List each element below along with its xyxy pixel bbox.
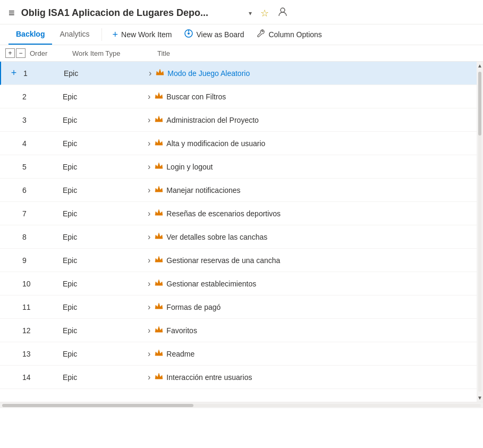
table-row[interactable]: 8Epic› Ver detalles sobre las canchas	[0, 225, 483, 249]
row-work-item-type: Epic	[63, 280, 148, 288]
backlog-icon: ≡	[9, 7, 15, 19]
expand-chevron-icon[interactable]: ›	[148, 279, 150, 289]
table-row[interactable]: 5Epic› Login y logout	[0, 155, 483, 179]
row-order: 3	[20, 116, 63, 124]
row-order: 12	[20, 326, 63, 335]
expand-chevron-icon[interactable]: ›	[148, 162, 150, 172]
row-title[interactable]: › Ver detalles sobre las canchas	[148, 232, 483, 242]
row-work-item-type: Epic	[64, 69, 149, 78]
row-title[interactable]: › Formas de pagó	[148, 302, 483, 312]
row-order: 6	[20, 186, 63, 195]
row-title-text: Interacción entre usuarios	[166, 373, 252, 382]
epic-crown-icon	[155, 115, 163, 124]
project-title: Oblig ISA1 Aplicacion de Lugares Depo...	[21, 7, 244, 19]
row-title[interactable]: › Gestionar reservas de una cancha	[148, 256, 483, 265]
epic-crown-icon	[155, 185, 163, 195]
add-child-button[interactable]: +	[6, 67, 21, 79]
row-title[interactable]: › Buscar con Filtros	[148, 92, 483, 102]
table-row[interactable]: 7Epic› Reseñas de escenarios deportivos	[0, 202, 483, 225]
tab-backlog[interactable]: Backlog	[9, 24, 52, 45]
expand-chevron-icon[interactable]: ›	[148, 115, 150, 125]
expand-chevron-icon[interactable]: ›	[149, 69, 151, 78]
table-row[interactable]: 3Epic› Administracion del Proyecto	[0, 108, 483, 132]
row-title[interactable]: › Gestionar establecimientos	[148, 279, 483, 289]
toolbar: Backlog Analytics + New Work Item View a…	[0, 24, 483, 45]
row-title-text: Login y logout	[166, 163, 213, 171]
table-row[interactable]: +1Epic› Modo de Juego Aleatorio	[0, 62, 483, 85]
favorite-star-icon[interactable]: ☆	[260, 7, 269, 19]
row-work-item-type: Epic	[63, 92, 148, 101]
expand-chevron-icon[interactable]: ›	[148, 302, 150, 312]
table-row[interactable]: 4Epic› Alta y modificacion de usuario	[0, 132, 483, 155]
expand-chevron-icon[interactable]: ›	[148, 373, 150, 382]
row-title[interactable]: › Administracion del Proyecto	[148, 115, 483, 125]
row-order: 2	[20, 92, 63, 101]
row-title[interactable]: › Modo de Juego Aleatorio	[149, 69, 483, 78]
title-chevron-icon[interactable]: ▾	[249, 10, 252, 17]
row-order: 13	[20, 350, 63, 358]
board-icon	[184, 29, 193, 40]
vertical-scrollbar[interactable]: ▲ ▼	[477, 62, 483, 402]
row-title-text: Reseñas de escenarios deportivos	[166, 209, 281, 218]
row-title[interactable]: › Alta y modificacion de usuario	[148, 139, 483, 148]
epic-crown-icon	[155, 349, 163, 358]
tab-analytics[interactable]: Analytics	[52, 24, 97, 45]
expand-chevron-icon[interactable]: ›	[148, 139, 150, 148]
row-work-item-type: Epic	[63, 303, 148, 311]
epic-crown-icon	[155, 256, 163, 265]
table-row[interactable]: 11Epic› Formas de pagó	[0, 295, 483, 319]
expand-chevron-icon[interactable]: ›	[148, 185, 150, 195]
row-work-item-type: Epic	[63, 163, 148, 171]
epic-crown-icon	[155, 373, 163, 382]
row-work-item-type: Epic	[63, 350, 148, 358]
row-order: 1	[21, 69, 64, 78]
row-title[interactable]: › Readme	[148, 349, 483, 359]
scroll-down-arrow[interactable]: ▼	[476, 394, 483, 402]
row-title[interactable]: › Manejar notificaciones	[148, 185, 483, 195]
person-icon[interactable]	[277, 6, 288, 20]
expand-chevron-icon[interactable]: ›	[148, 92, 150, 102]
row-title[interactable]: › Reseñas de escenarios deportivos	[148, 209, 483, 218]
row-title-text: Ver detalles sobre las canchas	[166, 233, 267, 241]
epic-crown-icon	[155, 326, 163, 335]
row-title-text: Alta y modificacion de usuario	[166, 139, 265, 148]
table-row[interactable]: 13Epic› Readme	[0, 342, 483, 366]
svg-point-2	[188, 32, 190, 35]
expand-all-button[interactable]: +	[5, 48, 15, 58]
expand-chevron-icon[interactable]: ›	[148, 232, 150, 242]
collapse-all-button[interactable]: −	[16, 48, 26, 58]
view-as-board-button[interactable]: View as Board	[178, 25, 250, 44]
horizontal-scrollbar-track	[2, 404, 481, 407]
type-column-header: Work Item Type	[72, 49, 157, 57]
wrench-icon	[257, 29, 265, 40]
row-work-item-type: Epic	[63, 116, 148, 124]
row-title-text[interactable]: Modo de Juego Aleatorio	[167, 69, 250, 78]
header: ≡ Oblig ISA1 Aplicacion de Lugares Depo.…	[0, 0, 483, 24]
epic-crown-icon	[155, 139, 163, 148]
table-row[interactable]: 9Epic› Gestionar reservas de una cancha	[0, 249, 483, 272]
horizontal-scrollbar[interactable]	[0, 402, 483, 408]
row-title[interactable]: › Login y logout	[148, 162, 483, 172]
scroll-up-arrow[interactable]: ▲	[476, 62, 483, 70]
row-work-item-type: Epic	[63, 326, 148, 335]
row-order: 8	[20, 233, 63, 241]
table-row[interactable]: 6Epic› Manejar notificaciones	[0, 179, 483, 202]
expand-chevron-icon[interactable]: ›	[148, 349, 150, 359]
table-row[interactable]: 12Epic› Favoritos	[0, 319, 483, 342]
svg-point-0	[281, 8, 285, 12]
row-order: 10	[20, 280, 63, 288]
row-title[interactable]: › Favoritos	[148, 326, 483, 335]
expand-chevron-icon[interactable]: ›	[148, 209, 150, 218]
title-column-header: Title	[157, 49, 483, 57]
column-options-button[interactable]: Column Options	[250, 25, 328, 44]
table-row[interactable]: 14Epic› Interacción entre usuarios	[0, 366, 483, 389]
epic-crown-icon	[156, 69, 164, 78]
table-row[interactable]: 10Epic› Gestionar establecimientos	[0, 272, 483, 295]
table-row[interactable]: 2Epic› Buscar con Filtros	[0, 85, 483, 108]
table-scroll-container[interactable]: +1Epic› Modo de Juego Aleatorio2Epic› Bu…	[0, 62, 483, 402]
expand-chevron-icon[interactable]: ›	[148, 256, 150, 265]
row-title[interactable]: › Interacción entre usuarios	[148, 373, 483, 382]
expand-chevron-icon[interactable]: ›	[148, 326, 150, 335]
expand-collapse-buttons: + −	[5, 48, 26, 58]
new-work-item-button[interactable]: + New Work Item	[106, 25, 179, 45]
